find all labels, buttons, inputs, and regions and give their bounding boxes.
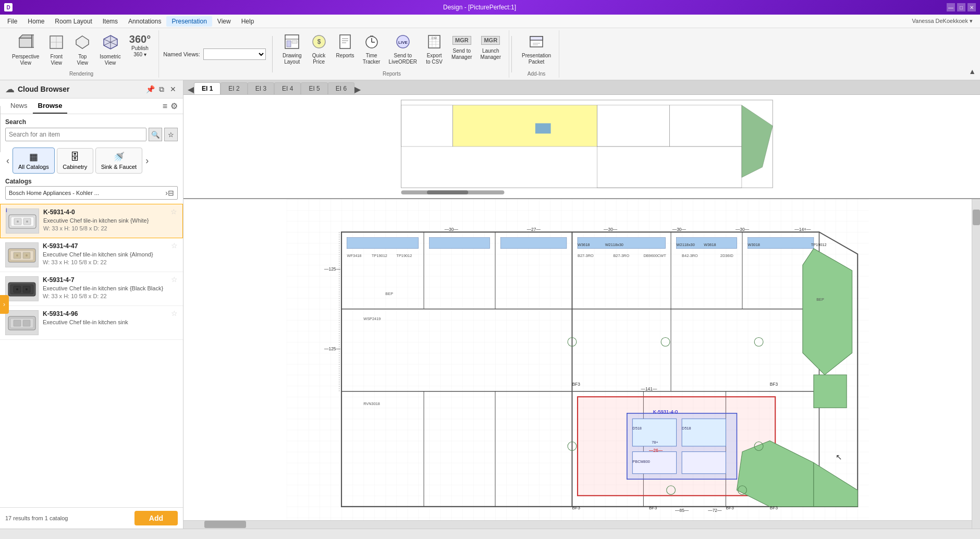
ribbon-collapse-button[interactable]: ▲: [969, 67, 976, 76]
reports-label: Reports: [336, 53, 354, 59]
ribbon: PerspectiveView FrontView TopView: [0, 28, 980, 80]
svg-text:—30—: —30—: [445, 227, 459, 232]
cloud-browser-undock-button[interactable]: ⧉: [157, 84, 166, 94]
search-star-button[interactable]: ☆: [164, 128, 178, 141]
horizontal-scrollbar[interactable]: [183, 520, 972, 529]
canvas-tab-ei4[interactable]: EI 4: [274, 82, 301, 94]
canvas-view: —30— —27— —30— —30— —30— —14+— —125— —12…: [183, 95, 980, 529]
menu-help[interactable]: Help: [236, 16, 260, 27]
main-canvas[interactable]: —30— —27— —30— —30— —30— —14+— —125— —12…: [183, 199, 980, 529]
cabinetry-label: Cabinetry: [63, 164, 87, 170]
local-browser-tab[interactable]: Local Browser: [0, 106, 1, 152]
named-views-label: Named Views:: [163, 51, 200, 57]
svg-text:—27—: —27—: [527, 227, 541, 232]
cb-list-view-button[interactable]: ≡: [163, 101, 167, 111]
export-csv-button[interactable]: CSV Exportto CSV: [422, 31, 447, 68]
categories-next-button[interactable]: ›: [144, 155, 150, 166]
svg-text:PBCM800: PBCM800: [632, 459, 650, 464]
cb-tab-news[interactable]: News: [5, 99, 33, 114]
ribbon-reports-group: DrawingLayout $ QuickPrice Reports: [275, 30, 509, 78]
menu-annotations[interactable]: Annotations: [123, 16, 166, 27]
item-star-button[interactable]: ☆: [171, 309, 178, 317]
item-star-button[interactable]: ☆: [171, 275, 178, 284]
cb-settings-button[interactable]: ⚙: [170, 101, 178, 111]
canvas-tab-ei3[interactable]: EI 3: [248, 82, 274, 94]
canvas-tab-ei1[interactable]: EI 1: [194, 82, 220, 94]
publish-360-button[interactable]: 360° Publish360 ▾: [126, 31, 154, 60]
time-tracker-button[interactable]: TimeTracker: [359, 31, 384, 68]
svg-text:W3018: W3018: [748, 242, 760, 247]
svg-marker-66: [742, 105, 773, 178]
category-all-catalogs[interactable]: ▦ All Catalogs: [13, 148, 55, 174]
svg-text:BEP: BEP: [816, 297, 824, 302]
send-manager-button[interactable]: MGR Send toManager: [448, 31, 475, 63]
add-button[interactable]: Add: [134, 511, 178, 525]
cloud-browser-close-button[interactable]: ✕: [168, 84, 178, 94]
quick-price-button[interactable]: $ QuickPrice: [307, 31, 332, 68]
canvas-tabs-prev[interactable]: ◀: [188, 84, 194, 94]
ribbon-views-group: PerspectiveView FrontView TopView: [4, 30, 159, 78]
minimize-button[interactable]: —: [947, 3, 955, 11]
svg-text:BF3: BF3: [770, 382, 778, 387]
cloud-browser-header: ☁ Cloud Browser 📌 ⧉ ✕: [0, 80, 183, 99]
svg-text:RVN3018: RVN3018: [363, 401, 380, 406]
list-item[interactable]: K-5931-4-7 Executive Chef tile-in kitche…: [0, 272, 183, 306]
perspective-view-button[interactable]: PerspectiveView: [8, 31, 43, 69]
menu-room-layout[interactable]: Room Layout: [50, 16, 97, 27]
panel-toggle-button[interactable]: ›: [0, 295, 9, 314]
svg-rect-98: [682, 452, 726, 474]
launch-manager-button[interactable]: MGR LaunchManager: [477, 31, 505, 63]
categories-prev-button[interactable]: ‹: [5, 155, 10, 166]
close-button[interactable]: ✕: [967, 3, 976, 11]
svg-text:DB9600CWT: DB9600CWT: [643, 253, 666, 258]
search-button[interactable]: 🔍: [149, 128, 162, 141]
vertical-scrollbar[interactable]: [972, 199, 980, 529]
canvas-tabs-next[interactable]: ▶: [354, 84, 361, 94]
menu-file[interactable]: File: [2, 16, 22, 27]
list-item[interactable]: K-5931-4-96 Executive Chef tile-in kitch…: [0, 306, 183, 340]
canvas-tab-ei2[interactable]: EI 2: [220, 82, 247, 94]
svg-text:W3618: W3618: [578, 242, 590, 247]
reports-button[interactable]: Reports: [333, 31, 358, 62]
item-description: Executive Chef tile-in kitchen sink {Alm…: [43, 251, 178, 258]
item-star-button[interactable]: ☆: [170, 207, 177, 216]
send-liveorder-button[interactable]: LIVE Send toLiveORDER: [385, 31, 421, 68]
menu-bar: File Home Room Layout Items Annotations …: [0, 15, 980, 28]
item-description: Executive Chef tile-in kitchen sink: [43, 318, 178, 326]
canvas-tab-ei5[interactable]: EI 5: [301, 82, 327, 94]
category-cabinetry[interactable]: 🗄 Cabinetry: [57, 148, 93, 174]
cloud-browser-categories: ‹ ▦ All Catalogs 🗄 Cabinetry 🚿 Sink & Fa…: [0, 145, 183, 176]
menu-presentation[interactable]: Presentation: [166, 16, 212, 27]
svg-text:—30—: —30—: [672, 227, 687, 232]
catalog-filter-button[interactable]: ⊟: [168, 189, 174, 197]
svg-marker-99: [803, 249, 852, 375]
menu-items[interactable]: Items: [97, 16, 123, 27]
cloud-browser-pin-button[interactable]: 📌: [145, 84, 155, 94]
isometric-view-button[interactable]: IsometricView: [96, 31, 125, 69]
menu-view[interactable]: View: [212, 16, 236, 27]
category-sink-faucet[interactable]: 🚿 Sink & Faucet: [95, 148, 142, 174]
list-item[interactable]: K-5931-4-47 Executive Chef tile-in kitch…: [0, 238, 183, 272]
top-view-button[interactable]: TopView: [70, 31, 95, 69]
all-catalogs-label: All Catalogs: [18, 164, 49, 170]
svg-text:D518: D518: [682, 426, 691, 431]
front-view-button[interactable]: FrontView: [44, 31, 69, 69]
svg-rect-14: [292, 41, 297, 43]
send-liveorder-icon: LIVE: [395, 34, 411, 52]
isometric-view-label: IsometricView: [100, 54, 121, 66]
drawing-layout-button[interactable]: DrawingLayout: [279, 31, 305, 68]
named-views-select[interactable]: [203, 48, 266, 60]
cloud-browser-catalogs: Catalogs Bosch Home Appliances - Kohler …: [0, 176, 183, 202]
svg-point-49: [26, 254, 28, 256]
list-item[interactable]: i K-5931-4-0 Executive Chef tile-in kitc…: [0, 204, 183, 238]
maximize-button[interactable]: □: [957, 3, 965, 11]
svg-text:B27-3RO: B27-3RO: [613, 253, 629, 258]
search-input[interactable]: [5, 128, 146, 141]
item-star-button[interactable]: ☆: [171, 241, 178, 250]
canvas-tab-ei6[interactable]: EI 6: [328, 82, 354, 94]
cloud-browser-title: Cloud Browser: [18, 85, 70, 93]
menu-home[interactable]: Home: [22, 16, 50, 27]
presentation-packet-button[interactable]: PresentationPacket: [518, 31, 555, 68]
svg-rect-69: [427, 190, 468, 194]
cb-tab-browse[interactable]: Browse: [33, 99, 68, 114]
